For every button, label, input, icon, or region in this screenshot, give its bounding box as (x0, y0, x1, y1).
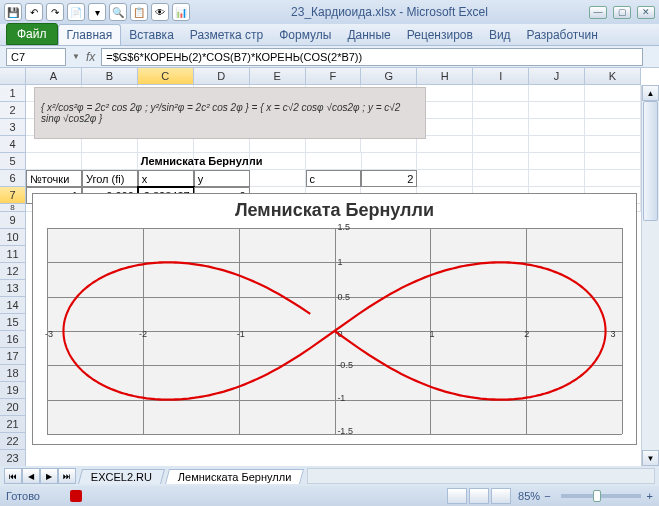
sheet-nav-next-icon[interactable]: ▶ (40, 468, 58, 484)
scroll-thumb[interactable] (643, 101, 658, 221)
row-header[interactable]: 9 (0, 212, 25, 229)
tab-data[interactable]: Данные (339, 25, 398, 45)
row-header[interactable]: 2 (0, 102, 25, 119)
row-header[interactable]: 3 (0, 119, 25, 136)
view-pagebreak-icon[interactable] (491, 488, 511, 504)
scroll-down-icon[interactable]: ▼ (642, 450, 659, 466)
sheet-nav-first-icon[interactable]: ⏮ (4, 468, 22, 484)
tab-layout[interactable]: Разметка стр (182, 25, 271, 45)
name-box-dropdown-icon[interactable]: ▼ (72, 52, 80, 61)
window-title: 23_Кардиоида.xlsx - Microsoft Excel (190, 5, 589, 19)
cell-c5[interactable]: Лемниската Бернулли (138, 153, 194, 170)
view-layout-icon[interactable] (469, 488, 489, 504)
col-header-i[interactable]: I (473, 68, 529, 84)
scroll-up-icon[interactable]: ▲ (642, 85, 659, 101)
row-header[interactable]: 20 (0, 399, 25, 416)
zoom-slider[interactable] (561, 494, 641, 498)
row-header[interactable]: 6 (0, 170, 25, 187)
sheet-nav-prev-icon[interactable]: ◀ (22, 468, 40, 484)
sheet-nav-last-icon[interactable]: ⏭ (58, 468, 76, 484)
vertical-scrollbar[interactable]: ▲ ▼ (641, 85, 659, 466)
row-header[interactable]: 5 (0, 153, 25, 170)
tab-home[interactable]: Главная (58, 24, 122, 45)
ribbon-tabs: Файл Главная Вставка Разметка стр Формул… (0, 24, 659, 46)
sheet-tab-bar: ⏮ ◀ ▶ ⏭ EXCEL2.RU Лемниската Бернулли (0, 466, 659, 486)
row-header[interactable]: 12 (0, 263, 25, 280)
row-header[interactable]: 23 (0, 450, 25, 467)
cell-b6[interactable]: Угол (fi) (82, 170, 138, 187)
col-header-j[interactable]: J (529, 68, 585, 84)
undo-icon[interactable]: ↶ (25, 3, 43, 21)
row-header[interactable]: 19 (0, 382, 25, 399)
row-header[interactable]: 15 (0, 314, 25, 331)
cell-g6[interactable]: 2 (361, 170, 417, 187)
qat-icon-3[interactable]: 🔍 (109, 3, 127, 21)
col-header-k[interactable]: K (585, 68, 641, 84)
tab-file[interactable]: Файл (6, 23, 58, 45)
title-bar: 💾 ↶ ↷ 📄 ▾ 🔍 📋 👁 📊 23_Кардиоида.xlsx - Mi… (0, 0, 659, 24)
row-header[interactable]: 8 (0, 204, 25, 212)
qat-icon-2[interactable]: ▾ (88, 3, 106, 21)
redo-icon[interactable]: ↷ (46, 3, 64, 21)
minimize-button[interactable]: — (589, 6, 607, 19)
tab-formulas[interactable]: Формулы (271, 25, 339, 45)
cells-area[interactable]: Лемниската Бернулли №точки Угол (fi) x y… (26, 85, 641, 466)
sheet-tab-excel2ru[interactable]: EXCEL2.RU (78, 469, 165, 484)
spreadsheet-grid: A B C D E F G H I J K 1 2 3 4 5 6 7 8 9 … (0, 68, 659, 466)
name-box[interactable]: C7 (6, 48, 66, 66)
qat-icon-6[interactable]: 📊 (172, 3, 190, 21)
row-header[interactable]: 22 (0, 433, 25, 450)
row-header[interactable]: 21 (0, 416, 25, 433)
col-header-f[interactable]: F (306, 68, 362, 84)
col-header-b[interactable]: B (82, 68, 138, 84)
maximize-button[interactable]: ▢ (613, 6, 631, 19)
row-header[interactable]: 18 (0, 365, 25, 382)
qat-icon-5[interactable]: 👁 (151, 3, 169, 21)
status-bar: Готово 85% − + (0, 486, 659, 506)
cell-f6[interactable]: c (306, 170, 362, 187)
zoom-thumb[interactable] (593, 490, 601, 502)
row-header[interactable]: 1 (0, 85, 25, 102)
cell-d6[interactable]: y (194, 170, 250, 187)
row-header[interactable]: 16 (0, 331, 25, 348)
row-header[interactable]: 4 (0, 136, 25, 153)
view-normal-icon[interactable] (447, 488, 467, 504)
tab-developer[interactable]: Разработчин (519, 25, 606, 45)
macro-record-icon[interactable] (70, 490, 82, 502)
sheet-nav: ⏮ ◀ ▶ ⏭ (4, 468, 76, 484)
chart-title: Лемниската Бернулли (33, 194, 636, 223)
horizontal-scrollbar[interactable] (307, 468, 655, 484)
col-header-c[interactable]: C (138, 68, 194, 84)
close-button[interactable]: ✕ (637, 6, 655, 19)
chart-lemniscate[interactable]: Лемниската Бернулли -3 -2 (32, 193, 637, 445)
cell-a6[interactable]: №точки (26, 170, 82, 187)
row-headers: 1 2 3 4 5 6 7 8 9 10 11 12 13 14 15 16 1… (0, 85, 26, 466)
col-header-g[interactable]: G (361, 68, 417, 84)
qat-icon-4[interactable]: 📋 (130, 3, 148, 21)
col-header-d[interactable]: D (194, 68, 250, 84)
col-header-a[interactable]: A (26, 68, 82, 84)
save-icon[interactable]: 💾 (4, 3, 22, 21)
quick-access-toolbar: 💾 ↶ ↷ 📄 ▾ 🔍 📋 👁 📊 (4, 3, 190, 21)
status-ready: Готово (6, 490, 40, 502)
formula-image: { x²/cos²φ = 2c² cos 2φ ; y²/sin²φ = 2c²… (34, 87, 426, 139)
col-header-e[interactable]: E (250, 68, 306, 84)
sheet-tab-lemniscate[interactable]: Лемниската Бернулли (165, 469, 304, 484)
formula-input[interactable]: =$G$6*КОРЕНЬ(2)*COS(B7)*КОРЕНЬ(COS(2*B7)… (101, 48, 643, 66)
row-header[interactable]: 17 (0, 348, 25, 365)
fx-label[interactable]: fx (86, 50, 95, 64)
tab-view[interactable]: Вид (481, 25, 519, 45)
row-header[interactable]: 11 (0, 246, 25, 263)
row-header[interactable]: 10 (0, 229, 25, 246)
qat-icon-1[interactable]: 📄 (67, 3, 85, 21)
tab-review[interactable]: Рецензиров (399, 25, 481, 45)
zoom-level: 85% (518, 490, 540, 502)
select-all-corner[interactable] (0, 68, 26, 85)
lemniscate-curve (47, 228, 622, 434)
row-header[interactable]: 14 (0, 297, 25, 314)
row-header[interactable]: 7 (0, 187, 25, 204)
row-header[interactable]: 13 (0, 280, 25, 297)
col-header-h[interactable]: H (417, 68, 473, 84)
tab-insert[interactable]: Вставка (121, 25, 182, 45)
cell-c6[interactable]: x (138, 170, 194, 187)
